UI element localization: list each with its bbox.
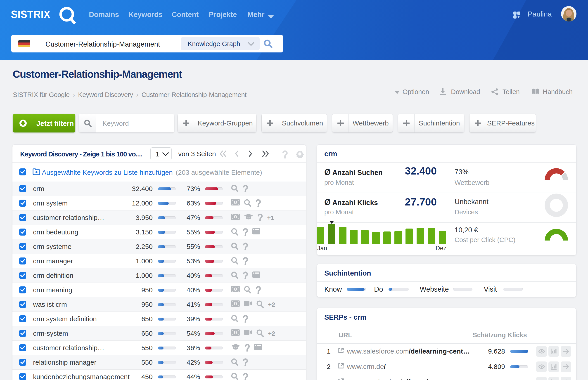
svg-text:1: 1 <box>235 215 236 219</box>
svg-text:1: 1 <box>235 331 236 334</box>
svg-text:Dez: Dez <box>436 245 446 252</box>
svg-text:1: 1 <box>235 287 236 291</box>
svg-text:1: 1 <box>235 302 236 305</box>
svg-text:1: 1 <box>235 201 236 204</box>
svg-text:Jan: Jan <box>317 245 327 252</box>
